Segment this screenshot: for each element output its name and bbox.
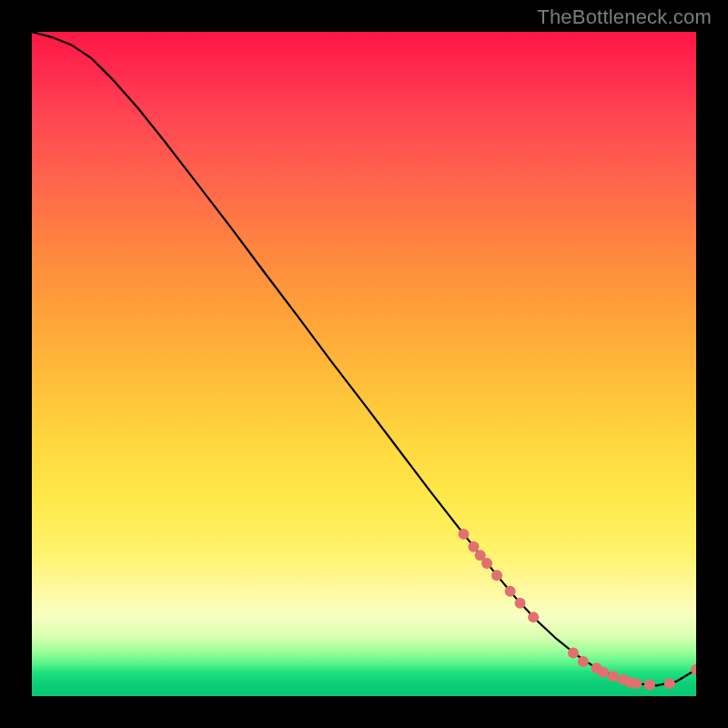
highlight-marker	[468, 541, 479, 552]
bottleneck-curve-path	[32, 32, 696, 685]
highlight-marker	[644, 680, 655, 691]
highlight-marker	[664, 678, 675, 689]
highlight-marker	[459, 529, 470, 540]
highlight-marker	[491, 570, 502, 581]
highlight-marker	[624, 677, 635, 688]
highlight-marker	[618, 674, 629, 685]
highlight-markers	[459, 529, 697, 691]
highlight-marker	[691, 664, 696, 675]
highlight-marker	[528, 612, 539, 622]
highlight-marker	[515, 598, 526, 609]
chart-stage: TheBottleneck.com	[0, 0, 728, 728]
highlight-marker	[578, 656, 589, 667]
highlight-marker	[631, 678, 642, 689]
plot-area	[32, 32, 696, 696]
watermark-text: TheBottleneck.com	[537, 5, 712, 29]
highlight-marker	[475, 550, 486, 561]
curve-layer	[32, 32, 696, 696]
highlight-marker	[608, 671, 619, 682]
highlight-marker	[568, 648, 579, 659]
highlight-marker	[481, 558, 492, 569]
highlight-marker	[598, 667, 609, 678]
highlight-marker	[505, 586, 516, 597]
highlight-marker	[592, 662, 602, 673]
